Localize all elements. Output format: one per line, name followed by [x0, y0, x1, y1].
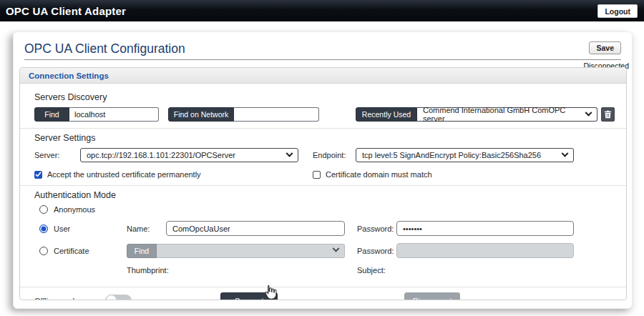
- certificate-label: Certificate: [54, 247, 89, 255]
- recently-used-select[interactable]: Commend International GmbH ComOPC server: [417, 107, 597, 122]
- user-row: User Name: Password:: [34, 221, 615, 236]
- disconnect-button: Disconnect: [404, 292, 460, 300]
- domain-match-label: Certificate domain must match: [326, 170, 432, 179]
- accept-untrusted-option: Accept the untrusted certificate permane…: [34, 170, 313, 179]
- user-name-input[interactable]: [166, 221, 345, 236]
- domain-match-checkbox[interactable]: [313, 171, 321, 179]
- thumbprint-label: Thumbprint:: [127, 266, 357, 275]
- section-divider: [20, 128, 626, 129]
- servers-discovery-title: Servers Discovery: [34, 92, 615, 102]
- section-divider: [20, 287, 626, 287]
- find-on-network-button[interactable]: Find on Network: [168, 107, 234, 122]
- certificate-password-label: Password:: [357, 247, 396, 255]
- subject-label: Subject:: [357, 266, 386, 275]
- servers-discovery-row: Find Find on Network Recently Used Comme…: [34, 107, 615, 122]
- certificate-options-row: Accept the untrusted certificate permane…: [34, 170, 615, 179]
- footer-row: Offline mode: Connect Disconnect: [34, 292, 615, 300]
- recently-used-value: Commend International GmbH ComOPC server: [423, 106, 586, 123]
- anonymous-row: Anonymous: [34, 205, 615, 214]
- find-group: Find: [34, 107, 159, 122]
- server-select[interactable]: opc.tcp://192.168.1.101:22301/OPCServer: [80, 148, 298, 162]
- toggle-knob: [106, 295, 117, 300]
- find-button[interactable]: Find: [34, 107, 69, 122]
- section-divider: [20, 185, 626, 186]
- server-endpoint-row: Server: opc.tcp://192.168.1.101:22301/OP…: [34, 148, 615, 162]
- server-settings-title: Server Settings: [34, 133, 615, 143]
- find-on-network-input[interactable]: [234, 107, 319, 122]
- user-radio[interactable]: [39, 224, 48, 233]
- check-icon: [35, 172, 42, 177]
- accept-untrusted-label: Accept the untrusted certificate permane…: [47, 170, 201, 179]
- panel-header: Connection Settings: [20, 68, 626, 84]
- page-title: OPC UA Client Configuration: [24, 41, 185, 56]
- app-title: OPC UA Client Adapter: [0, 5, 126, 17]
- save-button[interactable]: Save: [589, 41, 621, 54]
- domain-match-option: Certificate domain must match: [313, 170, 432, 179]
- find-on-network-group: Find on Network: [168, 107, 319, 122]
- name-label: Name:: [127, 224, 166, 233]
- anonymous-label: Anonymous: [54, 205, 95, 214]
- chevron-down-icon: [333, 245, 340, 252]
- configuration-card: OPC UA Client Configuration Save Disconn…: [13, 31, 633, 309]
- certificate-row: Certificate Find Password:: [34, 243, 615, 258]
- find-host-input[interactable]: [69, 107, 159, 122]
- user-password-input[interactable]: [396, 221, 574, 236]
- server-value: opc.tcp://192.168.1.101:22301/OPCServer: [87, 151, 235, 159]
- endpoint-select[interactable]: tcp level:5 SignAndEncrypt Policy:Basic2…: [356, 148, 574, 162]
- thumbprint-subject-row: Thumbprint: Subject:: [34, 266, 615, 275]
- logout-button[interactable]: Logout: [597, 4, 638, 18]
- user-label: User: [54, 224, 70, 233]
- connection-settings-panel: Connection Settings Servers Discovery Fi…: [19, 67, 627, 300]
- offline-mode-toggle[interactable]: [105, 295, 132, 300]
- chevron-down-icon: [562, 149, 569, 157]
- server-label: Server:: [34, 151, 80, 159]
- recently-used-button[interactable]: Recently Used: [356, 107, 417, 122]
- delete-recently-used-button[interactable]: [601, 107, 615, 122]
- app-topbar: OPC UA Client Adapter Logout: [0, 0, 644, 21]
- accept-untrusted-checkbox[interactable]: [34, 171, 42, 179]
- panel-title: Connection Settings: [29, 71, 109, 80]
- certificate-select[interactable]: [157, 244, 345, 258]
- connect-button[interactable]: Connect: [220, 292, 278, 300]
- certificate-radio[interactable]: [39, 247, 48, 255]
- trash-icon: [604, 110, 612, 119]
- chevron-down-icon: [585, 109, 592, 116]
- certificate-find-button[interactable]: Find: [127, 244, 157, 258]
- user-password-label: Password:: [357, 224, 396, 233]
- recently-used-group: Recently Used Commend International GmbH…: [356, 107, 597, 122]
- authentication-mode-title: Authentication Mode: [34, 190, 615, 200]
- endpoint-value: tcp level:5 SignAndEncrypt Policy:Basic2…: [362, 151, 541, 159]
- certificate-password-input: [396, 243, 574, 258]
- anonymous-radio[interactable]: [39, 205, 48, 214]
- chevron-down-icon: [286, 149, 293, 157]
- offline-mode-label: Offline mode:: [34, 297, 105, 301]
- endpoint-label: Endpoint:: [313, 151, 356, 159]
